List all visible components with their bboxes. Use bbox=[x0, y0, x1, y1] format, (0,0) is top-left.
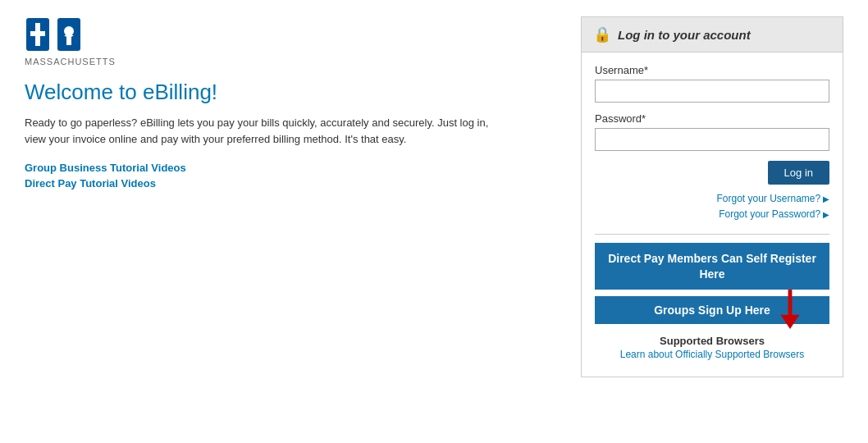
username-label: Username* bbox=[595, 64, 829, 76]
welcome-title: Welcome to eBilling! bbox=[25, 80, 556, 105]
supported-browsers: Supported Browsers Learn about Officiall… bbox=[595, 334, 829, 360]
password-label: Password* bbox=[595, 112, 829, 125]
svg-rect-2 bbox=[30, 31, 45, 36]
group-business-tutorial-link[interactable]: Group Business Tutorial Videos bbox=[25, 162, 556, 174]
state-label: MASSACHUSETTS bbox=[25, 57, 556, 66]
username-input[interactable] bbox=[595, 80, 829, 103]
login-card-body: Username* Password* Log in Forgot your U… bbox=[582, 53, 843, 377]
svg-marker-7 bbox=[780, 314, 799, 328]
forgot-username-link[interactable]: Forgot your Username? bbox=[595, 191, 829, 207]
login-card-title: Log in to your account bbox=[618, 28, 751, 42]
register-button[interactable]: Direct Pay Members Can Self Register Her… bbox=[595, 243, 829, 289]
login-button[interactable]: Log in bbox=[768, 161, 829, 185]
groups-btn-wrapper: Groups Sign Up Here bbox=[595, 296, 829, 324]
forgot-links: Forgot your Username? Forgot your Passwo… bbox=[595, 191, 829, 222]
arrow-indicator bbox=[775, 290, 805, 329]
login-card-header: 🔒 Log in to your account bbox=[582, 17, 843, 53]
left-panel: MASSACHUSETTS Welcome to eBilling! Ready… bbox=[25, 16, 581, 427]
logo-area bbox=[25, 16, 556, 53]
direct-pay-tutorial-link[interactable]: Direct Pay Tutorial Videos bbox=[25, 177, 556, 190]
supported-browsers-title: Supported Browsers bbox=[660, 335, 765, 347]
bcbs-logo bbox=[25, 16, 82, 53]
username-group: Username* bbox=[595, 64, 829, 103]
divider bbox=[595, 234, 829, 235]
login-btn-row: Log in bbox=[595, 161, 829, 185]
tutorial-links: Group Business Tutorial Videos Direct Pa… bbox=[25, 162, 556, 190]
svg-point-4 bbox=[64, 26, 74, 36]
right-panel: 🔒 Log in to your account Username* Passw… bbox=[581, 16, 843, 427]
password-input[interactable] bbox=[595, 128, 829, 151]
forgot-password-link[interactable]: Forgot your Password? bbox=[595, 207, 829, 222]
welcome-text: Ready to go paperless? eBilling lets you… bbox=[25, 115, 500, 147]
password-group: Password* bbox=[595, 112, 829, 151]
login-card: 🔒 Log in to your account Username* Passw… bbox=[581, 16, 843, 377]
lock-icon: 🔒 bbox=[593, 25, 611, 43]
supported-browsers-link[interactable]: Learn about Officially Supported Browser… bbox=[595, 349, 829, 360]
